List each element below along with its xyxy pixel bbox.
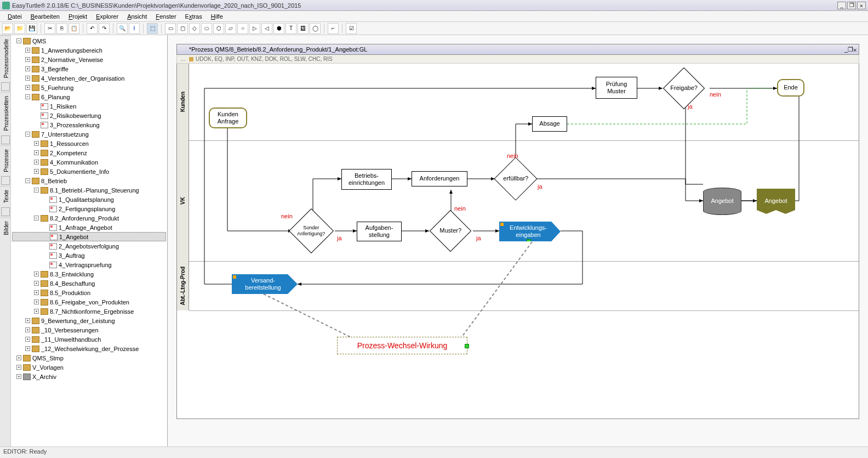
maximize-button[interactable]: ❐	[847, 2, 856, 9]
menu-fenster[interactable]: Fenster	[151, 12, 180, 21]
tree-item[interactable]: 1_Risiken	[12, 101, 166, 111]
node-betriebs[interactable]: Betriebs- einrichtungen	[341, 169, 392, 190]
rect-tool-icon[interactable]: ▭	[165, 23, 176, 34]
menu-extras[interactable]: Extras	[181, 12, 207, 21]
tree-item[interactable]: +_10_Verbesserungen	[12, 325, 166, 335]
tab-prozessketten[interactable]: Prozessketten	[0, 92, 10, 134]
node-sonder[interactable]: Sonder Anfertigung?	[289, 208, 334, 253]
tab-prozesse[interactable]: Prozesse	[0, 145, 10, 176]
tree-item[interactable]: +8.3_Entwicklung	[12, 269, 166, 279]
tree-item[interactable]: +4_Kommunikation	[12, 157, 166, 167]
canvas-max-button[interactable]: ❐	[848, 46, 853, 53]
tree-item[interactable]: +8.6_Freigabe_von_Produkten	[12, 297, 166, 307]
tree-item[interactable]: +1_Anwendungsbereich	[12, 46, 166, 55]
tree-item[interactable]: −8.1_Betriebl.-Planung_Steuerung	[12, 185, 166, 195]
tree-root[interactable]: −QMS	[12, 36, 166, 46]
tree-item[interactable]: +4_Verstehen_der_Organisation	[12, 73, 166, 83]
node-freigabe[interactable]: Freigabe?	[663, 67, 705, 109]
tree-item[interactable]: 3_Auftrag	[12, 251, 166, 260]
tree-item[interactable]: +V_Vorlagen	[12, 363, 166, 372]
tab-icon-1	[1, 82, 10, 91]
dshape-tool-icon[interactable]: ⬭	[201, 23, 212, 34]
node-angebot-doc[interactable]: Angebot	[757, 189, 795, 214]
menu-projekt[interactable]: Projekt	[64, 12, 92, 21]
paste-icon[interactable]: 📋	[68, 23, 79, 34]
tree-item[interactable]: −6_Planung	[12, 92, 166, 101]
open-icon[interactable]: 📂	[2, 23, 13, 34]
tree-item[interactable]: +3_Begriffe	[12, 64, 166, 73]
node-angebot-cylinder[interactable]: Angebot	[703, 188, 741, 215]
arrow-r-tool-icon[interactable]: ▷	[249, 23, 260, 34]
canvas-close-button[interactable]: ⨉	[853, 46, 856, 53]
tree-item[interactable]: 2_Risikobewertung	[12, 111, 166, 120]
tree-item[interactable]: +9_Bewertung_der_Leistung	[12, 316, 166, 325]
tree-item[interactable]: +5_Fuehrung	[12, 83, 166, 92]
canvas[interactable]: Kunden VK Abt.-Ltng-Prod	[176, 64, 859, 419]
minimize-button[interactable]: _	[837, 2, 846, 9]
tree-item[interactable]: 2_Angebotsverfolgung	[12, 241, 166, 251]
diamond-tool-icon[interactable]: ◇	[189, 23, 200, 34]
tab-prozessmodelle[interactable]: Prozessmodelle	[0, 35, 10, 81]
tab-texte[interactable]: Texte	[0, 186, 10, 206]
tree-item[interactable]: 1_Anfrage_Angebot	[12, 223, 166, 232]
node-kunden-anfrage[interactable]: Kunden Anfrage	[209, 108, 247, 128]
node-prozess-wechsel[interactable]: Prozess-Wechsel-Wirkung	[337, 337, 467, 354]
tree-item[interactable]: +8.4_Beschaffung	[12, 279, 166, 288]
close-button[interactable]: ⨉	[857, 2, 866, 9]
tree-item[interactable]: +2_Normative_Verweise	[12, 55, 166, 64]
tree-view[interactable]: −QMS +1_Anwendungsbereich +2_Normative_V…	[11, 35, 168, 446]
select-tool-icon[interactable]: ⬚	[147, 23, 158, 34]
tab-bilder[interactable]: Bilder	[0, 217, 10, 239]
save-icon[interactable]: 💾	[26, 23, 37, 34]
redo-icon[interactable]: ↷	[99, 23, 110, 34]
node-aufgaben[interactable]: Aufgaben- stellung	[357, 222, 402, 241]
arrow-l-tool-icon[interactable]: ◁	[261, 23, 272, 34]
tree-item[interactable]: +QMS_Stmp	[12, 353, 166, 363]
tree-item[interactable]: +2_Kompetenz	[12, 148, 166, 157]
tree-item[interactable]: +8.5_Produktion	[12, 288, 166, 297]
tree-item[interactable]: +X_Archiv	[12, 372, 166, 381]
node-versand[interactable]: Versand- bereitstellung	[232, 274, 298, 294]
text-tool-icon[interactable]: T	[285, 23, 296, 34]
circle-tool-icon[interactable]: ◯	[310, 23, 321, 34]
tree-item[interactable]: 1_Qualitaetsplanung	[12, 195, 166, 204]
tree-item[interactable]: +5_Dokumentierte_Info	[12, 167, 166, 176]
node-anforderungen[interactable]: Anforderungen	[412, 171, 467, 186]
tree-item[interactable]: 3_Prozesslenkung	[12, 120, 166, 129]
tree-item[interactable]: +8.7_Nichtkonforme_Ergebnisse	[12, 307, 166, 316]
node-pruefung-muster[interactable]: Prüfung Muster	[596, 77, 637, 99]
rounded-rect-tool-icon[interactable]: ▢	[177, 23, 188, 34]
zoom-icon[interactable]: 🔍	[117, 23, 128, 34]
tree-item[interactable]: −8_Betrieb	[12, 176, 166, 185]
menu-bearbeiten[interactable]: Bearbeiten	[26, 12, 64, 21]
check-tool-icon[interactable]: ☑	[346, 23, 357, 34]
menu-hilfe[interactable]: Hilfe	[207, 12, 227, 21]
menu-datei[interactable]: Datei	[3, 12, 26, 21]
image-tool-icon[interactable]: 🖼	[298, 23, 309, 34]
tree-item[interactable]: −7_Unterstuetzung	[12, 129, 166, 139]
db-tool-icon[interactable]: ⬢	[273, 23, 284, 34]
hex-tool-icon[interactable]: ⬡	[213, 23, 224, 34]
connector-tool-icon[interactable]: ⌐	[328, 23, 339, 34]
menu-explorer[interactable]: Explorer	[92, 12, 123, 21]
menu-ansicht[interactable]: Ansicht	[123, 12, 151, 21]
cut-icon[interactable]: ✂	[44, 23, 55, 34]
folder-icon[interactable]: 📁	[14, 23, 25, 34]
node-entwicklungs[interactable]: Entwicklungs- eingaben	[499, 222, 561, 241]
undo-icon[interactable]: ↶	[87, 23, 98, 34]
tree-item[interactable]: −8.2_Anforderung_Produkt	[12, 213, 166, 223]
tree-item[interactable]: 4_Vertragspruefung	[12, 260, 166, 269]
tree-item[interactable]: +_11_Umwelthandbuch	[12, 335, 166, 344]
node-erfuellbar[interactable]: erfüllbar?	[494, 157, 537, 200]
tree-item[interactable]: +1_Ressourcen	[12, 139, 166, 148]
node-ende[interactable]: Ende	[777, 79, 804, 97]
tree-item-selected[interactable]: 1_Angebot	[12, 232, 166, 241]
node-absage[interactable]: Absage	[532, 116, 567, 132]
copy-icon[interactable]: ⎘	[56, 23, 67, 34]
node-muster[interactable]: Muster?	[430, 210, 471, 252]
tree-item[interactable]: 2_Fertigungsplanung	[12, 204, 166, 213]
ellipse-tool-icon[interactable]: ○	[237, 23, 248, 34]
para-tool-icon[interactable]: ▱	[225, 23, 236, 34]
tree-item[interactable]: +_12_Wechselwirkung_der_Prozesse	[12, 344, 166, 353]
info-icon[interactable]: i	[129, 23, 140, 34]
